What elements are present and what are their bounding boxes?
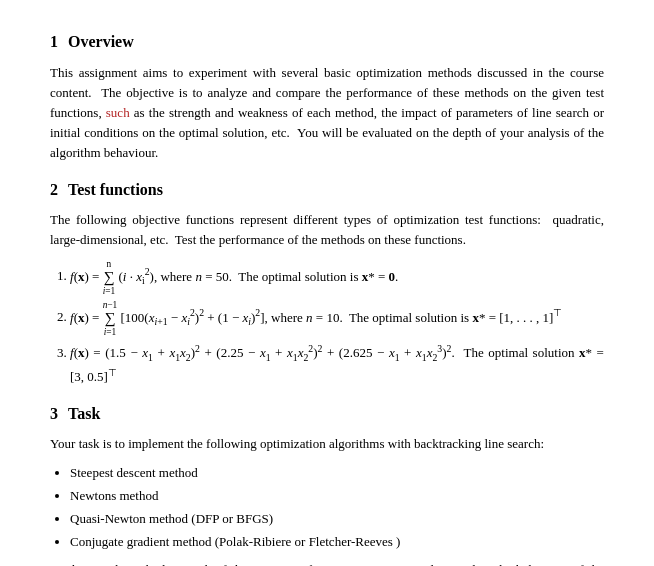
math-f2: f bbox=[70, 309, 74, 324]
bold-x1: x bbox=[78, 268, 85, 283]
methods-list: Steepest descent method Newtons method Q… bbox=[70, 463, 604, 553]
section-header-2: 2 Test functions bbox=[50, 178, 604, 203]
list-item: Steepest descent method bbox=[70, 463, 604, 483]
math-f3: f bbox=[70, 345, 74, 360]
test-functions-list: f(x) = n ∑ i=1 (i · xi2), where n = 50. … bbox=[70, 259, 604, 388]
sum-1: n ∑ i=1 bbox=[103, 259, 116, 296]
method-newton: Newtons method bbox=[70, 488, 158, 503]
list-item: f(x) = (1.5 − x1 + x1x2)2 + (2.25 − x1 +… bbox=[70, 341, 604, 388]
list-item: Newtons method bbox=[70, 486, 604, 506]
list-item: f(x) = n−1 ∑ i=1 [100(xi+1 − xi2)2 + (1 … bbox=[70, 300, 604, 337]
section-title-1: Overview bbox=[68, 30, 134, 55]
list-item: Conjugate gradient method (Polak-Ribiere… bbox=[70, 532, 604, 552]
section-title-2: Test functions bbox=[68, 178, 163, 203]
method-steepest: Steepest descent method bbox=[70, 465, 198, 480]
test-functions-intro: The following objective functions repres… bbox=[50, 210, 604, 250]
section-header-3: 3 Task bbox=[50, 402, 604, 427]
section-header-1: 1 Overview bbox=[50, 30, 604, 55]
math-f1: f bbox=[70, 268, 74, 283]
section-number-1: 1 bbox=[50, 30, 58, 55]
task-intro: Your task is to implement the following … bbox=[50, 434, 604, 454]
method-quasi-newton: Quasi-Newton method (DFP or BFGS) bbox=[70, 511, 273, 526]
method-conjugate: Conjugate gradient method (Polak-Ribiere… bbox=[70, 534, 400, 549]
list-item: Quasi-Newton method (DFP or BFGS) bbox=[70, 509, 604, 529]
overview-paragraph: This assignment aims to experiment with … bbox=[50, 63, 604, 164]
highlight-such: such bbox=[106, 105, 130, 120]
task-outro: Analyze each method on each of the given… bbox=[50, 560, 604, 566]
section-overview: 1 Overview This assignment aims to exper… bbox=[50, 30, 604, 164]
section-test-functions: 2 Test functions The following objective… bbox=[50, 178, 604, 388]
section-number-3: 3 bbox=[50, 402, 58, 427]
list-item: f(x) = n ∑ i=1 (i · xi2), where n = 50. … bbox=[70, 259, 604, 296]
sum-2: n−1 ∑ i=1 bbox=[103, 300, 118, 337]
section-task: 3 Task Your task is to implement the fol… bbox=[50, 402, 604, 566]
section-number-2: 2 bbox=[50, 178, 58, 203]
section-title-3: Task bbox=[68, 402, 100, 427]
